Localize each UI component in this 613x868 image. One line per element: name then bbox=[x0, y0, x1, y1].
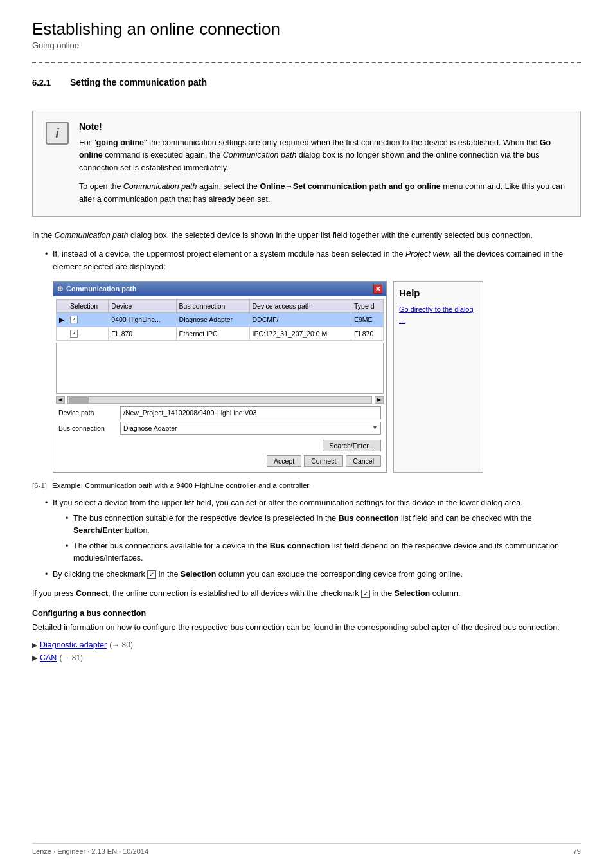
device-path-row: Device path /New_Project_14102008/9400 H… bbox=[58, 406, 381, 419]
footer-left: Lenze · Engineer · 2.13 EN · 10/2014 bbox=[32, 847, 148, 855]
note-go-online: Go online bbox=[79, 138, 551, 159]
dialog-table: Selection Device Bus connection Device a… bbox=[56, 299, 384, 341]
bullet-item-1: If, instead of a device, the uppermost p… bbox=[45, 248, 581, 473]
note-menu-cmd: Online→Set communication path and go onl… bbox=[260, 182, 440, 191]
search-row: Search/Enter... bbox=[56, 439, 384, 453]
row2-arrow bbox=[57, 327, 67, 340]
bus-connection-value: Diagnose Adapter bbox=[123, 423, 177, 433]
row1-arrow: ▶ bbox=[57, 313, 67, 327]
row2-cb[interactable] bbox=[70, 330, 78, 338]
note-para1: For "going online" the communication set… bbox=[79, 137, 567, 174]
row1-type: E9ME bbox=[351, 313, 384, 327]
row1-cb[interactable] bbox=[70, 316, 78, 323]
search-enter-button[interactable]: Search/Enter... bbox=[323, 440, 381, 451]
device-path-label: Device path bbox=[58, 408, 116, 418]
table-row[interactable]: ▶ 9400 HighLine... Diagnose Adapter DDCM… bbox=[57, 313, 384, 327]
note-box: i Note! For "going online" the communica… bbox=[32, 111, 581, 217]
page-footer: Lenze · Engineer · 2.13 EN · 10/2014 79 bbox=[32, 843, 581, 855]
dialog-body: Selection Device Bus connection Device a… bbox=[53, 296, 386, 472]
second-bullet-list: If you select a device from the upper li… bbox=[45, 497, 581, 581]
scroll-left[interactable]: ◀ bbox=[56, 396, 65, 404]
caption-row: [6-1] Example: Communication path with a… bbox=[32, 482, 581, 489]
row2-bus: Ethernet IPC bbox=[176, 327, 249, 340]
note-going-online: going online bbox=[96, 138, 144, 147]
configuring-subheading: Configuring a bus connection bbox=[32, 609, 581, 618]
col-type: Type d bbox=[351, 300, 384, 313]
bus-connection-row: Bus connection Diagnose Adapter ▼ bbox=[58, 422, 381, 435]
connect-button[interactable]: Connect bbox=[304, 455, 343, 467]
scroll-right[interactable]: ▶ bbox=[375, 396, 384, 404]
horizontal-scrollbar[interactable] bbox=[67, 396, 372, 404]
dialog-btn-row: Accept Connect Cancel bbox=[56, 453, 384, 469]
scroll-thumb bbox=[69, 397, 89, 404]
col-selection: Selection bbox=[67, 300, 109, 313]
can-ref: (→ 81) bbox=[59, 653, 83, 662]
dialog-titlebar: ⊕ Communication path ✕ bbox=[53, 282, 386, 296]
info-icon: i bbox=[46, 122, 69, 145]
intro-text: In the Communication path dialog box, th… bbox=[32, 230, 581, 242]
help-link[interactable]: Go directly to the dialog ... bbox=[399, 305, 474, 324]
device-path-value: /New_Project_14102008/9400 HighLine:V03 bbox=[120, 406, 381, 419]
table-row[interactable]: EL 870 Ethernet IPC IPC:172_31_207_20:0 … bbox=[57, 327, 384, 340]
caption-tag: [6-1] bbox=[32, 482, 47, 489]
can-link[interactable]: CAN bbox=[40, 653, 57, 662]
dialog-fields: Device path /New_Project_14102008/9400 H… bbox=[56, 404, 384, 439]
config-text: Detailed information on how to configure… bbox=[32, 622, 581, 634]
col-path: Device access path bbox=[249, 300, 351, 313]
section-number: 6.2.1 bbox=[32, 78, 51, 87]
bus-connection-select[interactable]: Diagnose Adapter ▼ bbox=[120, 422, 381, 435]
row2-path: IPC:172_31_207_20:0 M. bbox=[249, 327, 351, 340]
row1-device: 9400 HighLine... bbox=[109, 313, 176, 327]
connect-info: If you press Connect, the online connect… bbox=[32, 588, 581, 600]
col-device: Device bbox=[109, 300, 176, 313]
link-item-diagnostic: ▶ Diagnostic adapter (→ 80) bbox=[32, 640, 581, 649]
bullet-item-2: If you select a device from the upper li… bbox=[45, 497, 581, 565]
help-title: Help bbox=[399, 285, 477, 300]
help-panel: Help Go directly to the dialog ... bbox=[393, 281, 483, 473]
row2-device: EL 870 bbox=[109, 327, 176, 340]
col-arrow bbox=[57, 300, 67, 313]
caption-text: Example: Communication path with a 9400 … bbox=[52, 482, 309, 489]
footer-right: 79 bbox=[573, 847, 581, 855]
note-para2: To open the Communication path again, se… bbox=[79, 181, 567, 206]
main-bullet-list: If, instead of a device, the uppermost p… bbox=[45, 248, 581, 473]
row1-path: DDCMF/ bbox=[249, 313, 351, 327]
link-arrow-icon: ▶ bbox=[32, 641, 37, 649]
note-content: Note! For "going online" the communicati… bbox=[79, 122, 567, 206]
diagnostic-ref: (→ 80) bbox=[109, 640, 133, 649]
bullet-item-3: By clicking the checkmark ✓ in the Selec… bbox=[45, 568, 581, 581]
sub-bullet-2: The other bus connections available for … bbox=[66, 540, 581, 565]
row2-type: EL870 bbox=[351, 327, 384, 340]
link-item-can: ▶ CAN (→ 81) bbox=[32, 653, 581, 662]
section-heading: Setting the communication path bbox=[70, 77, 207, 87]
cancel-button[interactable]: Cancel bbox=[346, 455, 381, 467]
accept-button[interactable]: Accept bbox=[267, 455, 301, 467]
dialog-close-button[interactable]: ✕ bbox=[373, 285, 382, 294]
dialog-area: ⊕ Communication path ✕ Selection Device bbox=[53, 281, 581, 473]
dialog-window: ⊕ Communication path ✕ Selection Device bbox=[53, 281, 387, 473]
scrollbar-area: ◀ ▶ bbox=[56, 396, 384, 404]
sub-bullet-list: The bus connection suitable for the resp… bbox=[66, 512, 581, 565]
diagnostic-link[interactable]: Diagnostic adapter bbox=[40, 640, 107, 649]
note-comm-path: Communication path bbox=[223, 150, 297, 159]
dialog-list-area bbox=[56, 343, 384, 394]
sub-bullet-1: The bus connection suitable for the resp… bbox=[66, 512, 581, 538]
col-bus: Bus connection bbox=[176, 300, 249, 313]
row1-checkbox[interactable] bbox=[67, 313, 109, 327]
note-comm-path2: Communication path bbox=[123, 182, 197, 191]
note-title: Note! bbox=[79, 122, 567, 132]
page-title: Establishing an online connection bbox=[32, 19, 581, 39]
row2-checkbox[interactable] bbox=[67, 327, 109, 340]
link-arrow-icon-2: ▶ bbox=[32, 654, 37, 662]
bus-connection-label: Bus connection bbox=[58, 423, 116, 433]
dialog-icon: ⊕ bbox=[57, 284, 63, 294]
page-subtitle: Going online bbox=[32, 41, 581, 50]
dialog-title: Communication path bbox=[66, 284, 136, 294]
select-arrow-icon: ▼ bbox=[372, 424, 378, 433]
row1-bus: Diagnose Adapter bbox=[176, 313, 249, 327]
section-divider bbox=[32, 62, 581, 63]
